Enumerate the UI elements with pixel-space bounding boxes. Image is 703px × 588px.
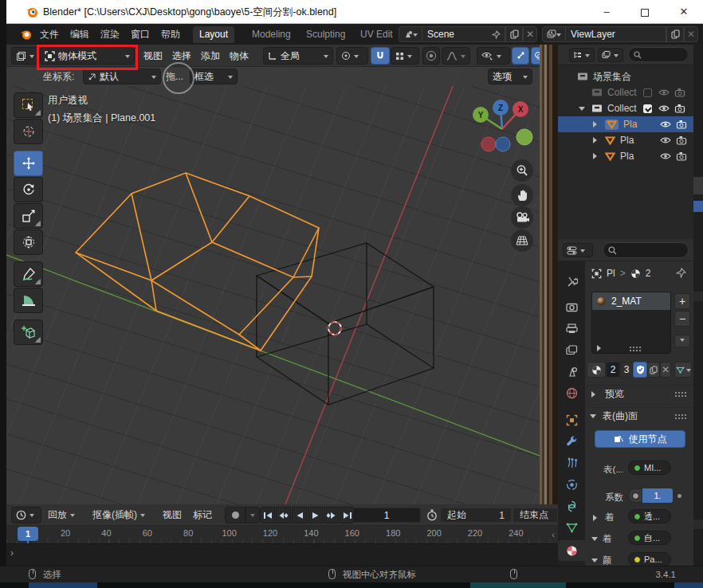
properties-editor-type-button[interactable] — [563, 243, 593, 257]
material-name-field[interactable]: 2 — [606, 362, 620, 378]
exclude-checkbox[interactable] — [643, 104, 652, 113]
snap-settings-dropdown[interactable] — [391, 47, 419, 65]
workspace-tab-uvedit[interactable]: UV Edit — [354, 26, 399, 43]
frame-end-field[interactable]: 结束点 — [513, 508, 558, 523]
tool-scale[interactable] — [14, 203, 43, 229]
select-tool-dropdown[interactable]: 框选 — [190, 69, 238, 84]
grip-handle[interactable] — [674, 391, 687, 397]
camera-view-button[interactable] — [511, 206, 533, 229]
outliner-row-collection[interactable]: Collect — [558, 100, 693, 116]
eye-icon[interactable] — [658, 88, 670, 97]
properties-search-input[interactable] — [603, 242, 689, 258]
viewlayer-browse-button[interactable] — [542, 26, 566, 42]
timeline-menu-keying[interactable]: 抠像(插帧) — [92, 504, 145, 526]
expand-arrow-icon[interactable] — [593, 137, 600, 143]
tool-move[interactable] — [14, 151, 43, 176]
outliner-filter-dropdown[interactable] — [569, 48, 595, 62]
animate-dot-icon[interactable] — [677, 494, 681, 498]
proportional-falloff-dropdown[interactable] — [442, 47, 470, 65]
expand-arrow-icon[interactable] — [579, 107, 585, 114]
breadcrumb-material-name[interactable]: 2 — [646, 268, 651, 279]
grip-handle[interactable] — [674, 414, 687, 419]
material-browse-button[interactable] — [587, 362, 606, 378]
pivot-dropdown[interactable] — [336, 47, 368, 65]
slot-specials-button[interactable] — [674, 335, 690, 347]
shader1-dropdown[interactable]: 透... — [628, 509, 671, 523]
menu-help[interactable]: 帮助 — [161, 24, 180, 45]
visibility-dropdown[interactable] — [477, 47, 510, 65]
viewport-menu-view[interactable]: 视图 — [143, 45, 163, 67]
tab-scene[interactable] — [558, 361, 585, 382]
tool-cursor[interactable] — [14, 119, 43, 144]
outliner-display-dropdown[interactable] — [598, 48, 623, 62]
outliner-row-collection-excluded[interactable]: Collect — [558, 84, 693, 100]
scene-browse-button[interactable] — [399, 26, 422, 42]
tab-modifiers[interactable] — [558, 431, 585, 452]
scene-copy-button[interactable] — [505, 26, 523, 42]
snap-toggle-button[interactable] — [371, 47, 390, 65]
fake-user-shield-button[interactable] — [633, 362, 647, 378]
outliner-row-object[interactable]: Pla — [558, 132, 693, 148]
pan-button[interactable] — [511, 184, 533, 206]
record-button[interactable] — [225, 507, 245, 523]
tool-annotate[interactable] — [14, 261, 43, 287]
add-slot-button[interactable]: + — [674, 293, 690, 309]
remove-slot-button[interactable]: − — [674, 311, 690, 327]
viewlayer-remove-button[interactable]: ✕ — [684, 26, 698, 42]
render-visibility-icon[interactable] — [676, 151, 687, 161]
tab-world[interactable] — [558, 382, 585, 403]
render-visibility-icon[interactable] — [674, 104, 685, 113]
editor-type-button[interactable] — [11, 47, 40, 65]
next-keyframe-button[interactable] — [324, 507, 339, 523]
viewlayer-name-field[interactable]: ViewLayer — [566, 26, 666, 42]
channel-expand-icon[interactable]: › — [10, 547, 14, 559]
material-unlink-button[interactable]: ✕ — [660, 362, 671, 378]
pin-id-icon[interactable] — [676, 268, 686, 278]
play-button[interactable] — [308, 507, 323, 523]
tab-view-layer[interactable] — [558, 339, 585, 360]
outliner-search-input[interactable] — [628, 47, 689, 62]
scene-name-field[interactable]: Scene — [422, 26, 505, 42]
expand-arrow-icon[interactable] — [591, 559, 598, 566]
expand-arrow-icon[interactable] — [593, 153, 600, 159]
tool-select-box[interactable] — [14, 92, 43, 118]
surface-shader-dropdown[interactable]: MI... — [628, 461, 671, 475]
scroll-left-icon[interactable]: ‹ — [552, 530, 555, 539]
material-copy-button[interactable] — [647, 362, 660, 378]
use-nodes-button[interactable]: 使用节点 — [595, 430, 685, 448]
timeline-menu-playback[interactable]: 回放 — [48, 504, 75, 526]
workspace-tab-sculpting[interactable]: Sculpting — [300, 26, 352, 43]
tab-object[interactable] — [558, 410, 585, 430]
prev-keyframe-button[interactable] — [276, 507, 291, 523]
material-users-count[interactable]: 3 — [620, 362, 633, 378]
blender-menu-icon[interactable] — [19, 28, 33, 41]
viewport-menu-add[interactable]: 添加 — [201, 45, 220, 67]
navigation-gizmo[interactable]: Z X Y — [469, 97, 536, 156]
frame-start-field[interactable]: 起始 1 — [440, 508, 512, 523]
menu-window[interactable]: 窗口 — [131, 24, 150, 45]
expand-arrow-icon[interactable] — [597, 345, 604, 351]
expand-arrow-icon[interactable] — [593, 515, 600, 521]
timeline-channels[interactable]: › — [6, 543, 558, 566]
color-dropdown[interactable]: Pa... — [628, 552, 671, 566]
outliner-row-scene-collection[interactable]: 场景集合 — [558, 69, 693, 84]
timeline-menu-view[interactable]: 视图 — [163, 504, 182, 526]
timeline-menu-markers[interactable]: 标记 — [193, 504, 212, 526]
scene-unlink-button[interactable]: ✕ — [523, 26, 537, 42]
panel-preview[interactable]: 预览 — [585, 385, 693, 402]
expand-arrow-icon[interactable] — [591, 537, 598, 544]
eye-icon[interactable] — [660, 120, 671, 129]
menu-render[interactable]: 渲染 — [100, 24, 120, 45]
menu-file[interactable]: 文件 — [40, 24, 59, 45]
eye-icon[interactable] — [660, 151, 671, 161]
gizmos-toggle-button[interactable] — [512, 47, 529, 65]
jump-to-start-button[interactable] — [260, 507, 275, 523]
timeline-ruler[interactable]: 20406080100120140160180200220240 1 ‹ — [6, 526, 558, 543]
tool-transform[interactable] — [14, 229, 43, 255]
current-frame-field[interactable]: 1 — [352, 508, 421, 523]
panel-surface[interactable]: 表(曲)面 — [585, 407, 693, 425]
stopwatch-icon[interactable] — [426, 509, 438, 521]
eye-icon[interactable] — [658, 104, 670, 113]
orientation-dropdown[interactable]: 全局 — [263, 47, 333, 65]
tab-render[interactable] — [558, 296, 585, 317]
